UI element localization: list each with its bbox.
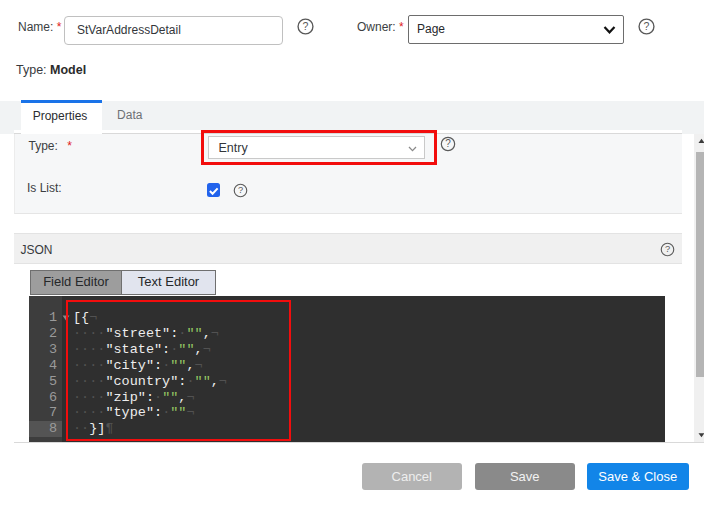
svg-text:?: ? bbox=[445, 138, 451, 149]
svg-text:?: ? bbox=[303, 20, 309, 32]
svg-text:?: ? bbox=[644, 20, 650, 32]
svg-text:?: ? bbox=[665, 244, 670, 254]
svg-text:?: ? bbox=[238, 185, 243, 195]
